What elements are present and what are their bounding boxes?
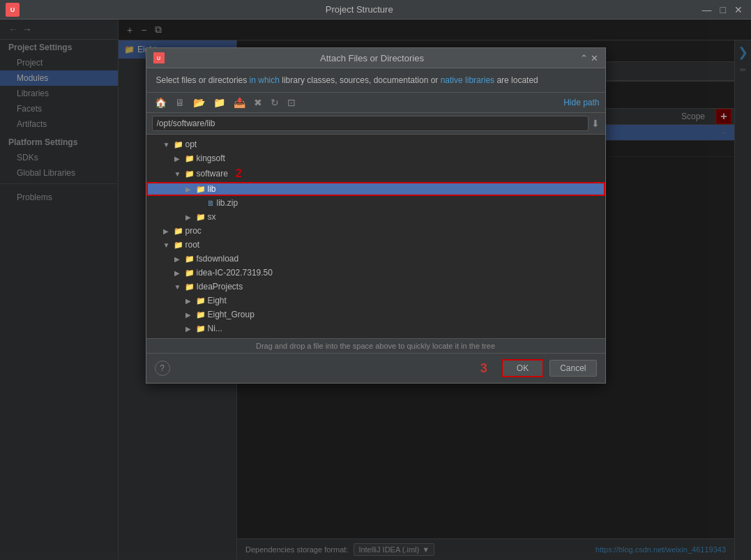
- ideaic-chevron-icon: ▶: [174, 269, 183, 277]
- kingsoft-folder-icon: 📁: [185, 154, 195, 163]
- tree-label-software: software: [197, 169, 228, 179]
- window-title: Project Structure: [20, 4, 699, 15]
- tree-item-sx[interactable]: ▶ 📁 sx: [146, 210, 605, 224]
- tree-item-ideaprojects[interactable]: ▼ 📁 IdeaProjects: [146, 280, 605, 294]
- tree-label-opt: opt: [185, 139, 197, 149]
- eightgroup-chevron-icon: ▶: [185, 311, 194, 319]
- tree-item-opt[interactable]: ▼ 📁 opt: [146, 137, 605, 151]
- badge-2: 2: [236, 167, 242, 180]
- fsdownload-chevron-icon: ▶: [174, 255, 183, 263]
- tree-label-root: root: [185, 240, 200, 250]
- software-folder-icon: 📁: [185, 169, 195, 179]
- tree-item-fsdownload[interactable]: ▶ 📁 fsdownload: [146, 252, 605, 266]
- lib-folder-icon: 📁: [196, 185, 206, 194]
- desktop-button[interactable]: 🖥: [172, 96, 188, 109]
- badge-3: 3: [480, 361, 487, 376]
- modal-logo: U: [153, 52, 165, 63]
- modal-title: Attach Files or Directories: [165, 53, 580, 63]
- tree-label-kingsoft: kingsoft: [197, 153, 225, 163]
- fsdownload-folder-icon: 📁: [185, 255, 195, 264]
- attach-files-modal: U Attach Files or Directories ⌃ ✕ Select…: [146, 47, 606, 384]
- tree-item-kingsoft[interactable]: ▶ 📁 kingsoft: [146, 151, 605, 165]
- minimize-button[interactable]: —: [699, 4, 715, 15]
- home-button[interactable]: 🏠: [152, 96, 169, 109]
- path-input[interactable]: [152, 116, 589, 131]
- folder-new-button[interactable]: 📁: [211, 96, 228, 109]
- ok-button[interactable]: OK: [501, 359, 544, 377]
- file-toolbar: 🏠 🖥 📂 📁 📤 ✖ ↻ ⊡ Hide path: [146, 93, 605, 113]
- tree-label-lib: lib: [208, 184, 216, 194]
- modal-close-button[interactable]: ✕: [591, 53, 598, 63]
- path-download-button[interactable]: ⬇: [591, 118, 600, 129]
- folder-open-button[interactable]: 📂: [190, 96, 208, 109]
- drag-hint: Drag and drop a file into the space abov…: [146, 338, 605, 353]
- root-folder-icon: 📁: [174, 241, 183, 250]
- tree-item-software[interactable]: ▼ 📁 software 2: [146, 165, 605, 182]
- tree-label-fsdownload: fsdownload: [197, 254, 239, 264]
- help-button[interactable]: ?: [155, 361, 170, 376]
- tree-item-root[interactable]: ▼ 📁 root: [146, 238, 605, 252]
- kingsoft-chevron-icon: ▶: [174, 155, 183, 162]
- modal-minimize-button[interactable]: ⌃: [580, 53, 588, 63]
- title-bar: U Project Structure — □ ✕: [0, 0, 751, 20]
- opt-folder-icon: 📁: [174, 140, 183, 149]
- window-controls: — □ ✕: [699, 4, 745, 15]
- maximize-button[interactable]: □: [718, 4, 729, 15]
- tree-item-eight-proj[interactable]: ▶ 📁 Eight: [146, 294, 605, 308]
- copy-path-button[interactable]: ⊡: [285, 96, 298, 109]
- eightgroup-folder-icon: 📁: [196, 310, 206, 319]
- tree-item-ni[interactable]: ▶ 📁 Ni...: [146, 321, 605, 335]
- delete-button[interactable]: ✖: [251, 96, 265, 109]
- refresh-button[interactable]: ↻: [268, 96, 282, 109]
- tree-label-ideaprojects: IdeaProjects: [197, 282, 243, 292]
- tree-label-sx: sx: [208, 212, 216, 222]
- app-logo: U: [6, 3, 20, 17]
- proc-chevron-icon: ▶: [163, 227, 172, 235]
- tree-label-lib-zip: lib.zip: [217, 198, 238, 208]
- ideaprojects-folder-icon: 📁: [185, 282, 195, 292]
- tree-label-ni: Ni...: [208, 324, 222, 333]
- modal-info: Select files or directories in which lib…: [146, 68, 605, 93]
- sx-folder-icon: 📁: [196, 213, 206, 222]
- hide-path-button[interactable]: Hide path: [563, 98, 599, 107]
- modal-controls: ⌃ ✕: [580, 53, 598, 63]
- tree-item-lib[interactable]: ▶ 📁 lib: [146, 182, 605, 196]
- lib-chevron-icon: ▶: [185, 186, 194, 193]
- tree-item-idea-ic[interactable]: ▶ 📁 idea-IC-202.7319.50: [146, 266, 605, 280]
- proc-folder-icon: 📁: [174, 227, 183, 236]
- modal-bottom: ? 3 OK Cancel: [146, 353, 605, 383]
- ideaic-folder-icon: 📁: [185, 268, 195, 278]
- tree-label-proc: proc: [185, 226, 202, 236]
- cancel-button[interactable]: Cancel: [549, 360, 596, 377]
- eight-folder-icon: 📁: [196, 296, 206, 305]
- tree-label-eight-group: Eight_Group: [208, 310, 255, 319]
- tree-item-lib-zip[interactable]: 🗎 lib.zip: [146, 196, 605, 210]
- root-chevron-icon: ▼: [163, 241, 172, 249]
- tree-label-idea-ic: idea-IC-202.7319.50: [197, 268, 273, 278]
- eight-chevron-icon: ▶: [185, 297, 194, 305]
- tree-label-eight: Eight: [208, 296, 227, 305]
- opt-chevron-icon: ▼: [163, 141, 172, 149]
- libzip-file-icon: 🗎: [207, 199, 215, 207]
- folder-up-button[interactable]: 📤: [231, 96, 248, 109]
- close-button[interactable]: ✕: [731, 4, 745, 15]
- file-tree[interactable]: ▼ 📁 opt ▶ 📁 kingsoft ▼ 📁 software 2 ▶ 📁: [146, 135, 605, 338]
- ni-chevron-icon: ▶: [185, 325, 194, 333]
- path-row: ⬇: [146, 113, 605, 135]
- modal-overlay: U Attach Files or Directories ⌃ ✕ Select…: [0, 20, 751, 560]
- tree-item-proc[interactable]: ▶ 📁 proc: [146, 224, 605, 238]
- sx-chevron-icon: ▶: [185, 213, 194, 221]
- tree-item-eight-group[interactable]: ▶ 📁 Eight_Group: [146, 308, 605, 321]
- software-chevron-icon: ▼: [174, 170, 183, 178]
- modal-title-bar: U Attach Files or Directories ⌃ ✕: [146, 48, 605, 68]
- ideaprojects-chevron-icon: ▼: [174, 283, 183, 291]
- ni-folder-icon: 📁: [196, 324, 206, 333]
